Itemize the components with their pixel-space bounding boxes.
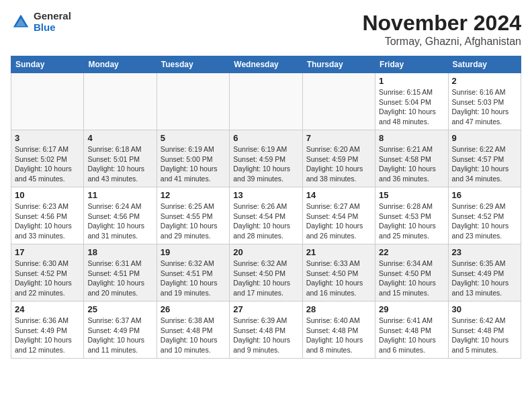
calendar-day-cell: 27Sunrise: 6:39 AM Sunset: 4:48 PM Dayli… [230,302,302,359]
day-info: Sunrise: 6:33 AM Sunset: 4:50 PM Dayligh… [306,259,371,298]
calendar-day-cell: 14Sunrise: 6:27 AM Sunset: 4:54 PM Dayli… [302,187,375,244]
calendar-week-2: 10Sunrise: 6:23 AM Sunset: 4:56 PM Dayli… [11,187,521,244]
calendar-week-0: 1Sunrise: 6:15 AM Sunset: 5:04 PM Daylig… [11,73,521,130]
calendar-weekday-friday: Friday [375,56,448,73]
calendar-weekday-monday: Monday [84,56,157,73]
day-number: 1 [379,76,444,86]
day-number: 14 [306,190,371,200]
calendar-day-cell: 13Sunrise: 6:26 AM Sunset: 4:54 PM Dayli… [230,187,302,244]
day-number: 3 [15,133,80,143]
day-number: 17 [15,247,80,257]
calendar-day-cell: 12Sunrise: 6:25 AM Sunset: 4:55 PM Dayli… [157,187,229,244]
calendar-day-cell: 20Sunrise: 6:32 AM Sunset: 4:50 PM Dayli… [230,244,302,302]
calendar-day-cell: 10Sunrise: 6:23 AM Sunset: 4:56 PM Dayli… [11,187,84,244]
day-number: 30 [452,304,517,314]
day-info: Sunrise: 6:18 AM Sunset: 5:01 PM Dayligh… [87,144,152,184]
title-area: November 2024 Tormay, Ghazni, Afghanista… [362,11,521,48]
calendar-weekday-wednesday: Wednesday [230,56,302,73]
calendar-week-4: 24Sunrise: 6:36 AM Sunset: 4:49 PM Dayli… [11,302,521,359]
day-info: Sunrise: 6:26 AM Sunset: 4:54 PM Dayligh… [233,201,298,241]
day-info: Sunrise: 6:23 AM Sunset: 4:56 PM Dayligh… [15,201,80,241]
calendar-day-cell: 5Sunrise: 6:19 AM Sunset: 5:00 PM Daylig… [157,130,229,187]
day-number: 22 [379,247,444,257]
calendar-day-cell [84,73,157,130]
day-info: Sunrise: 6:19 AM Sunset: 5:00 PM Dayligh… [161,144,226,184]
day-number: 4 [87,133,152,143]
calendar-day-cell: 17Sunrise: 6:30 AM Sunset: 4:52 PM Dayli… [11,244,84,302]
calendar-weekday-sunday: Sunday [11,56,84,73]
calendar-day-cell: 21Sunrise: 6:33 AM Sunset: 4:50 PM Dayli… [302,244,375,302]
day-info: Sunrise: 6:29 AM Sunset: 4:52 PM Dayligh… [452,201,517,241]
day-number: 25 [87,304,152,314]
day-number: 16 [452,190,517,200]
day-info: Sunrise: 6:36 AM Sunset: 4:49 PM Dayligh… [15,316,80,355]
day-info: Sunrise: 6:15 AM Sunset: 5:04 PM Dayligh… [379,87,444,127]
day-info: Sunrise: 6:32 AM Sunset: 4:51 PM Dayligh… [161,259,226,298]
calendar-week-1: 3Sunrise: 6:17 AM Sunset: 5:02 PM Daylig… [11,130,521,187]
calendar-day-cell: 23Sunrise: 6:35 AM Sunset: 4:49 PM Dayli… [448,244,521,302]
calendar-day-cell: 18Sunrise: 6:31 AM Sunset: 4:51 PM Dayli… [84,244,157,302]
day-number: 2 [452,76,517,86]
calendar-day-cell: 29Sunrise: 6:41 AM Sunset: 4:48 PM Dayli… [375,302,448,359]
calendar-weekday-tuesday: Tuesday [157,56,229,73]
day-info: Sunrise: 6:22 AM Sunset: 4:57 PM Dayligh… [452,144,517,184]
day-info: Sunrise: 6:28 AM Sunset: 4:53 PM Dayligh… [379,201,444,241]
calendar-day-cell: 4Sunrise: 6:18 AM Sunset: 5:01 PM Daylig… [84,130,157,187]
day-info: Sunrise: 6:30 AM Sunset: 4:52 PM Dayligh… [15,259,80,298]
calendar-day-cell: 24Sunrise: 6:36 AM Sunset: 4:49 PM Dayli… [11,302,84,359]
logo-icon [11,12,31,32]
calendar-day-cell [302,73,375,130]
day-info: Sunrise: 6:24 AM Sunset: 4:56 PM Dayligh… [87,201,152,241]
calendar-day-cell: 19Sunrise: 6:32 AM Sunset: 4:51 PM Dayli… [157,244,229,302]
day-number: 28 [306,304,371,314]
day-info: Sunrise: 6:17 AM Sunset: 5:02 PM Dayligh… [15,144,80,184]
calendar-header-row: SundayMondayTuesdayWednesdayThursdayFrid… [11,56,521,73]
day-info: Sunrise: 6:41 AM Sunset: 4:48 PM Dayligh… [379,316,444,355]
calendar-day-cell [230,73,302,130]
calendar-day-cell: 30Sunrise: 6:42 AM Sunset: 4:48 PM Dayli… [448,302,521,359]
calendar-day-cell: 6Sunrise: 6:19 AM Sunset: 4:59 PM Daylig… [230,130,302,187]
logo: General Blue [11,11,71,33]
day-number: 8 [379,133,444,143]
day-info: Sunrise: 6:27 AM Sunset: 4:54 PM Dayligh… [306,201,371,241]
day-info: Sunrise: 6:37 AM Sunset: 4:49 PM Dayligh… [87,316,152,355]
day-number: 12 [161,190,226,200]
day-number: 13 [233,190,298,200]
month-title: November 2024 [362,11,521,36]
day-number: 24 [15,304,80,314]
calendar-day-cell: 11Sunrise: 6:24 AM Sunset: 4:56 PM Dayli… [84,187,157,244]
day-info: Sunrise: 6:38 AM Sunset: 4:48 PM Dayligh… [161,316,226,355]
calendar-week-3: 17Sunrise: 6:30 AM Sunset: 4:52 PM Dayli… [11,244,521,302]
calendar-day-cell: 26Sunrise: 6:38 AM Sunset: 4:48 PM Dayli… [157,302,229,359]
calendar-day-cell: 8Sunrise: 6:21 AM Sunset: 4:58 PM Daylig… [375,130,448,187]
day-info: Sunrise: 6:31 AM Sunset: 4:51 PM Dayligh… [87,259,152,298]
calendar-body: 1Sunrise: 6:15 AM Sunset: 5:04 PM Daylig… [11,73,521,359]
calendar-day-cell: 2Sunrise: 6:16 AM Sunset: 5:03 PM Daylig… [448,73,521,130]
logo-blue: Blue [34,22,71,34]
calendar-day-cell [157,73,229,130]
day-info: Sunrise: 6:35 AM Sunset: 4:49 PM Dayligh… [452,259,517,298]
day-number: 20 [233,247,298,257]
day-info: Sunrise: 6:39 AM Sunset: 4:48 PM Dayligh… [233,316,298,355]
day-number: 7 [306,133,371,143]
calendar-day-cell [11,73,84,130]
day-info: Sunrise: 6:34 AM Sunset: 4:50 PM Dayligh… [379,259,444,298]
calendar-day-cell: 1Sunrise: 6:15 AM Sunset: 5:04 PM Daylig… [375,73,448,130]
calendar-day-cell: 25Sunrise: 6:37 AM Sunset: 4:49 PM Dayli… [84,302,157,359]
day-number: 19 [161,247,226,257]
day-info: Sunrise: 6:40 AM Sunset: 4:48 PM Dayligh… [306,316,371,355]
day-info: Sunrise: 6:32 AM Sunset: 4:50 PM Dayligh… [233,259,298,298]
calendar-day-cell: 28Sunrise: 6:40 AM Sunset: 4:48 PM Dayli… [302,302,375,359]
day-info: Sunrise: 6:20 AM Sunset: 4:59 PM Dayligh… [306,144,371,184]
day-number: 18 [87,247,152,257]
day-number: 26 [161,304,226,314]
day-number: 10 [15,190,80,200]
calendar-weekday-saturday: Saturday [448,56,521,73]
day-number: 15 [379,190,444,200]
calendar-day-cell: 15Sunrise: 6:28 AM Sunset: 4:53 PM Dayli… [375,187,448,244]
day-info: Sunrise: 6:42 AM Sunset: 4:48 PM Dayligh… [452,316,517,355]
calendar-day-cell: 22Sunrise: 6:34 AM Sunset: 4:50 PM Dayli… [375,244,448,302]
logo-general: General [34,11,71,22]
day-info: Sunrise: 6:21 AM Sunset: 4:58 PM Dayligh… [379,144,444,184]
logo-text: General Blue [34,11,71,33]
